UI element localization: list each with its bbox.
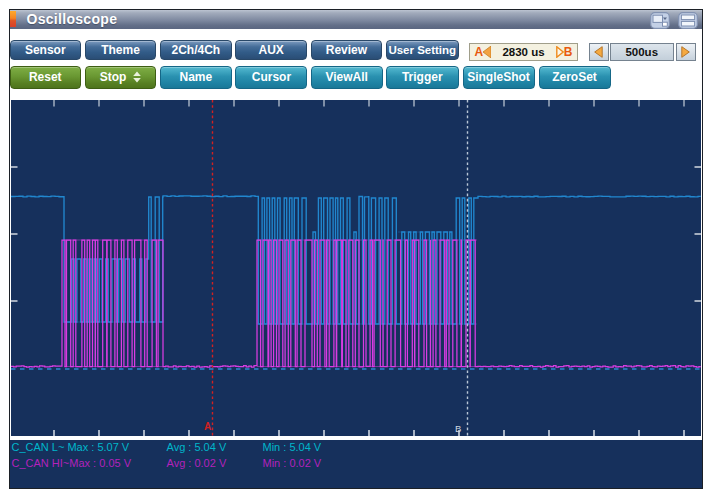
svg-text:A: A [204, 421, 211, 432]
svg-text:B: B [455, 423, 461, 434]
